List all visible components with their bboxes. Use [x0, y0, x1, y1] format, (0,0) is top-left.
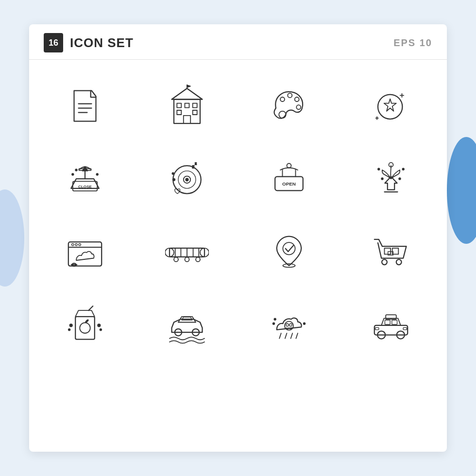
svg-rect-7: [185, 103, 189, 108]
svg-rect-100: [375, 327, 379, 330]
car-wash-icon: [165, 303, 209, 346]
icons-grid: CLOSE z z: [29, 60, 447, 371]
svg-point-14: [288, 93, 292, 98]
icon-cell-sparkle: [340, 69, 442, 142]
svg-rect-94: [374, 325, 408, 335]
svg-text:CLOSE: CLOSE: [78, 185, 92, 189]
svg-marker-4: [172, 88, 203, 100]
svg-point-46: [399, 178, 401, 180]
svg-text:OPEN: OPEN: [282, 181, 296, 187]
svg-line-90: [296, 333, 298, 339]
icon-cell-taxi: [340, 288, 442, 361]
storm-skull-icon: [267, 303, 311, 346]
svg-point-34: [186, 178, 188, 181]
svg-point-93: [274, 318, 276, 320]
svg-point-66: [185, 257, 189, 262]
svg-point-85: [286, 323, 289, 326]
svg-point-78: [70, 324, 72, 326]
format-label: EPS 10: [393, 37, 432, 49]
svg-point-53: [75, 243, 78, 246]
svg-point-68: [283, 242, 295, 255]
svg-point-91: [273, 323, 275, 324]
icon-cell-storm-skull: [238, 288, 340, 361]
bg-blob-left: [0, 189, 24, 287]
icon-cell-juice: [34, 288, 136, 361]
svg-rect-75: [75, 317, 95, 340]
icon-cell-car-wash: [136, 288, 238, 361]
svg-point-54: [79, 243, 81, 246]
svg-point-65: [174, 257, 178, 262]
document-icon: [63, 84, 107, 128]
svg-rect-6: [177, 103, 181, 108]
svg-marker-12: [187, 85, 190, 87]
svg-point-18: [378, 95, 402, 119]
fleur-plant-icon: [369, 157, 413, 201]
svg-point-48: [378, 168, 380, 170]
page-title: ICON SET: [70, 35, 134, 51]
svg-rect-9: [177, 110, 181, 115]
svg-text:z: z: [192, 164, 195, 169]
location-pin-icon: [267, 230, 311, 273]
conveyor-icon: [165, 230, 209, 273]
svg-point-30: [96, 173, 98, 175]
svg-point-29: [75, 169, 77, 171]
svg-point-15: [295, 97, 299, 102]
building-icon: [165, 84, 209, 128]
svg-point-92: [304, 323, 306, 324]
svg-point-17: [279, 111, 286, 118]
shopping-cart-icon: [369, 230, 413, 273]
header-left: 16 ICON SET: [44, 33, 134, 52]
svg-rect-10: [193, 110, 197, 115]
svg-rect-5: [184, 116, 190, 123]
icon-cell-open-sign: OPEN: [238, 142, 340, 215]
svg-rect-101: [403, 327, 407, 330]
svg-point-73: [382, 259, 387, 265]
svg-rect-99: [392, 320, 397, 324]
bg-blob-right: [447, 137, 476, 244]
svg-point-43: [287, 164, 291, 168]
svg-point-16: [296, 105, 301, 109]
icon-cell-palette: [238, 69, 340, 142]
icon-cell-location: [238, 215, 340, 288]
svg-line-87: [279, 333, 281, 339]
svg-rect-8: [193, 103, 197, 108]
icon-cell-fleur: [340, 142, 442, 215]
icon-cell-cloud-browser: [34, 215, 136, 288]
svg-point-47: [402, 168, 404, 170]
icon-cell-vinyl: z z: [136, 142, 238, 215]
palette-icon: [267, 84, 311, 128]
svg-point-80: [68, 329, 70, 331]
card-header: 16 ICON SET EPS 10: [29, 24, 447, 60]
svg-rect-98: [385, 320, 390, 324]
svg-point-79: [98, 324, 100, 326]
svg-line-88: [285, 333, 287, 339]
svg-text:z: z: [195, 161, 197, 166]
svg-point-45: [381, 178, 383, 180]
taxi-car-icon: [369, 303, 413, 346]
sparkle-coin-icon: [369, 84, 413, 128]
svg-point-77: [80, 323, 90, 333]
svg-point-38: [172, 172, 174, 174]
close-sign-icon: CLOSE: [63, 157, 107, 201]
svg-point-86: [289, 323, 292, 326]
main-card: 16 ICON SET EPS 10: [29, 24, 447, 452]
icon-cell-building: [136, 69, 238, 142]
svg-line-89: [291, 333, 293, 339]
svg-point-52: [72, 243, 74, 246]
svg-point-13: [280, 97, 285, 102]
svg-line-76: [88, 306, 93, 310]
vinyl-record-icon: z z: [165, 157, 209, 201]
icon-cell-conveyor: [136, 215, 238, 288]
svg-point-67: [196, 257, 200, 262]
svg-rect-70: [385, 248, 391, 255]
svg-point-28: [72, 173, 74, 175]
icon-cell-document: [34, 69, 136, 142]
icon-cell-close-sign: CLOSE: [34, 142, 136, 215]
badge: 16: [44, 33, 63, 52]
icon-cell-cart: [340, 215, 442, 288]
open-sign-icon: OPEN: [267, 157, 311, 201]
svg-point-81: [100, 329, 102, 331]
svg-point-37: [173, 179, 175, 181]
cloud-browser-icon: [63, 230, 107, 273]
juice-box-icon: [63, 303, 107, 346]
